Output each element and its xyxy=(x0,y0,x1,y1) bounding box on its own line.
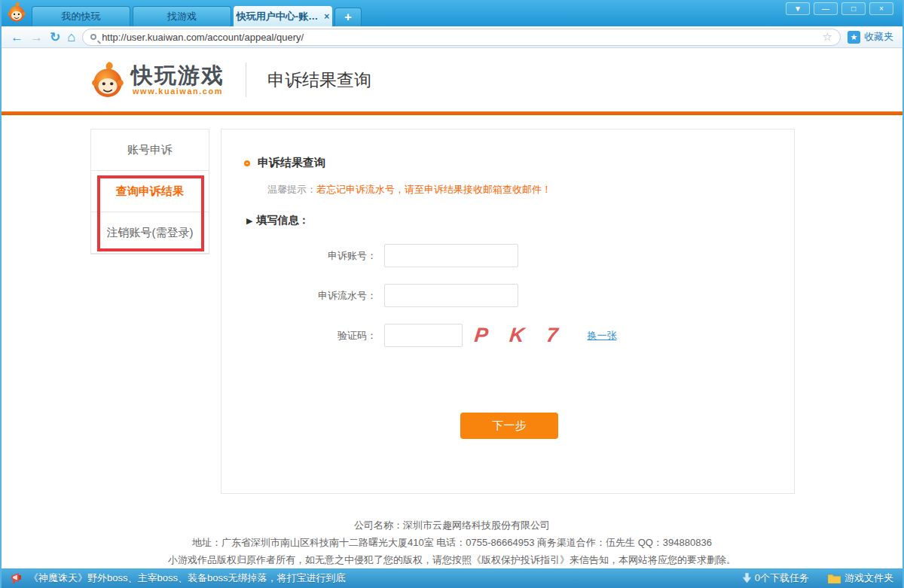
site-logo[interactable]: 快玩游戏 www.kuaiwan.com xyxy=(90,61,224,99)
captcha-refresh-link[interactable]: 换一张 xyxy=(588,329,617,343)
captcha-image: P K 7 xyxy=(473,324,567,347)
tab-find-games[interactable]: 找游戏 xyxy=(133,6,231,26)
home-icon[interactable]: ⌂ xyxy=(67,30,75,44)
refresh-icon[interactable]: ↻ xyxy=(50,31,60,44)
appeal-serial-input[interactable] xyxy=(384,284,518,307)
form-row-account: 申诉账号： xyxy=(244,244,794,267)
sidebar-item-label: 注销账号(需登录) xyxy=(107,226,194,240)
captcha-label: 验证码： xyxy=(244,329,384,343)
sidebar-item-cancel-account[interactable]: 注销账号(需登录) xyxy=(91,212,209,254)
downloads-label: 0个下载任务 xyxy=(755,571,809,585)
folder-label: 游戏文件夹 xyxy=(844,571,893,585)
appeal-account-input[interactable] xyxy=(384,244,518,267)
favorites-button[interactable]: ★ 收藏夹 xyxy=(848,30,893,44)
next-step-button[interactable]: 下一步 xyxy=(460,413,558,439)
site-header: 快玩游戏 www.kuaiwan.com 申诉结果查询 xyxy=(2,48,902,111)
sidebar: 账号申诉 查询申诉结果 注销账号(需登录) xyxy=(90,129,209,254)
tab-close-icon[interactable]: × xyxy=(324,11,329,22)
tab-label: 我的快玩 xyxy=(62,10,101,23)
kuaiwan-monkey-icon xyxy=(6,2,27,23)
title-bar: 我的快玩 找游戏 快玩用户中心-账… × + ▼ — □ × xyxy=(2,0,902,26)
favorites-label: 收藏夹 xyxy=(864,30,893,44)
maximize-button[interactable]: □ xyxy=(841,2,866,15)
tip-text: 若忘记申诉流水号，请至申诉结果接收邮箱查收邮件！ xyxy=(316,184,551,195)
downloads-button[interactable]: 0个下载任务 xyxy=(743,571,809,585)
window-controls: ▼ — □ × xyxy=(786,2,893,15)
page-content: 快玩游戏 www.kuaiwan.com 申诉结果查询 账号申诉 查询申诉结果 … xyxy=(2,48,902,568)
address-bar[interactable]: http://user.kuaiwan.com/account/appeal/q… xyxy=(82,29,841,46)
footer-address-line: 地址：广东省深圳市南山区科技南十二路曙光大厦410室 电话：0755-86664… xyxy=(2,534,902,551)
logo-monkey-icon xyxy=(90,61,125,99)
content-area: 账号申诉 查询申诉结果 注销账号(需登录) 申诉结果查询 温馨提示：若忘记申诉流… xyxy=(2,115,902,494)
favorites-star-icon: ★ xyxy=(848,31,860,44)
logo-subtitle: www.kuaiwan.com xyxy=(133,87,223,96)
appeal-serial-label: 申诉流水号： xyxy=(244,289,384,303)
sidebar-item-account-appeal[interactable]: 账号申诉 xyxy=(91,129,209,171)
captcha-input[interactable] xyxy=(384,324,463,347)
logo-title: 快玩游戏 xyxy=(131,64,224,87)
status-bar: 《神魔诛天》野外boss、主宰boss、装备boss无绑掉落，将打宝进行到底 0… xyxy=(2,568,902,588)
tab-label: 快玩用户中心-账… xyxy=(237,10,318,23)
footer-company-line: 公司名称：深圳市云趣网络科技股份有限公司 xyxy=(2,516,902,534)
footer-copyright-line: 小游戏作品版权归原作者所有，如无意之中侵犯了您的版权，请您按照《版权保护投诉指引… xyxy=(2,551,902,568)
main-panel: 申诉结果查询 温馨提示：若忘记申诉流水号，请至申诉结果接收邮箱查收邮件！ ▶ 填… xyxy=(221,129,795,494)
menu-dropdown-icon[interactable]: ▼ xyxy=(786,2,810,15)
appeal-query-form: 申诉账号： 申诉流水号： 验证码： P K 7 换一张 xyxy=(244,244,794,347)
search-icon xyxy=(90,34,96,40)
back-icon[interactable]: ← xyxy=(11,31,23,44)
status-right: 0个下载任务 游戏文件夹 xyxy=(729,571,893,585)
announcement-text[interactable]: 《神魔诛天》野外boss、主宰boss、装备boss无绑掉落，将打宝进行到底 xyxy=(29,571,345,585)
megaphone-icon xyxy=(11,573,23,584)
game-folder-button[interactable]: 游戏文件夹 xyxy=(828,571,893,585)
url-text[interactable]: http://user.kuaiwan.com/account/appeal/q… xyxy=(102,32,304,43)
header-divider xyxy=(246,62,246,97)
sidebar-item-label: 查询申诉结果 xyxy=(116,184,184,199)
browser-window: 我的快玩 找游戏 快玩用户中心-账… × + ▼ — □ × ← → ↻ ⌂ h… xyxy=(0,0,904,588)
form-row-serial: 申诉流水号： xyxy=(244,284,794,307)
bookmark-star-icon[interactable]: ☆ xyxy=(823,30,832,44)
sidebar-item-label: 账号申诉 xyxy=(127,143,173,157)
fill-info-header: ▶ 填写信息： xyxy=(246,214,794,227)
appeal-account-label: 申诉账号： xyxy=(244,249,384,263)
arrow-right-icon: ▶ xyxy=(246,216,252,226)
minimize-button[interactable]: — xyxy=(814,2,838,15)
section-header: 申诉结果查询 xyxy=(244,156,794,170)
fill-info-label: 填写信息： xyxy=(256,214,309,227)
tab-label: 找游戏 xyxy=(167,10,197,23)
download-arrow-icon xyxy=(743,573,751,583)
page-footer: 公司名称：深圳市云趣网络科技股份有限公司 地址：广东省深圳市南山区科技南十二路曙… xyxy=(2,516,902,568)
tab-user-center-active[interactable]: 快玩用户中心-账… × xyxy=(234,6,332,26)
form-row-captcha: 验证码： P K 7 换一张 xyxy=(244,324,794,347)
tip-label: 温馨提示： xyxy=(267,184,316,195)
section-title: 申诉结果查询 xyxy=(258,156,325,170)
forward-icon[interactable]: → xyxy=(30,31,43,44)
folder-icon xyxy=(828,574,841,583)
page-title: 申诉结果查询 xyxy=(267,69,371,92)
navigation-toolbar: ← → ↻ ⌂ http://user.kuaiwan.com/account/… xyxy=(2,26,902,48)
tab-my-kuaiwan[interactable]: 我的快玩 xyxy=(32,6,130,26)
logo-text: 快玩游戏 www.kuaiwan.com xyxy=(131,64,224,96)
orange-ring-bullet-icon xyxy=(244,160,250,166)
new-tab-button[interactable]: + xyxy=(334,8,362,26)
sidebar-item-query-result[interactable]: 查询申诉结果 xyxy=(91,171,209,212)
close-button[interactable]: × xyxy=(869,2,893,15)
tip-line: 温馨提示：若忘记申诉流水号，请至申诉结果接收邮箱查收邮件！ xyxy=(267,183,794,197)
